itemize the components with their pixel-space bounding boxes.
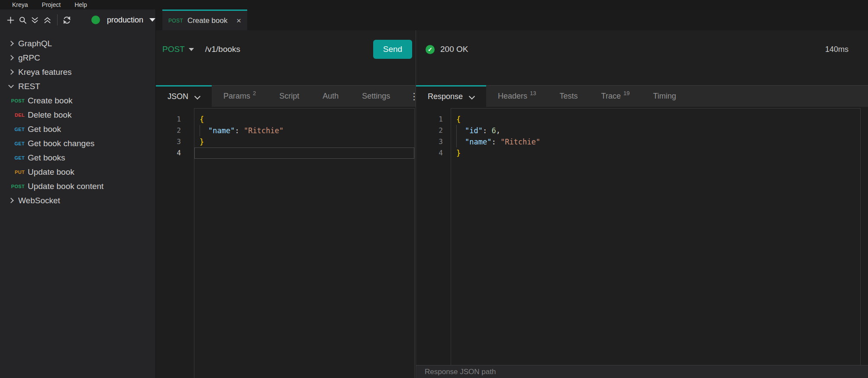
- status-code-text: 200 OK: [440, 45, 468, 54]
- close-icon[interactable]: ×: [236, 16, 241, 26]
- sidebar-item-websocket[interactable]: WebSocket: [0, 193, 155, 208]
- sidebar-item-delete-book[interactable]: DELDelete book: [0, 108, 155, 122]
- tab-script[interactable]: Script: [268, 86, 311, 107]
- sidebar-item-label: Create book: [28, 96, 73, 106]
- editor-line-numbers: 1234: [416, 108, 451, 365]
- method-badge: GET: [0, 141, 25, 146]
- add-icon[interactable]: [4, 13, 16, 27]
- tab-tests[interactable]: Tests: [548, 86, 590, 107]
- tab-method-badge: POST: [168, 18, 183, 24]
- editor-code-area[interactable]: {"id": 6,"name": "Ritchie"}: [451, 108, 861, 365]
- request-panel: POST /v1/books Send JSONParams2ScriptAut…: [156, 30, 416, 378]
- sidebar-item-update-book-content[interactable]: POSTUpdate book content: [0, 179, 155, 193]
- search-icon[interactable]: [16, 13, 29, 27]
- response-status: ✓ 200 OK: [426, 45, 468, 54]
- sidebar-item-label: Update book content: [28, 182, 103, 191]
- tab-trace[interactable]: Trace19: [590, 86, 642, 107]
- sidebar-item-label: gRPC: [18, 53, 40, 63]
- editor-code-area[interactable]: {"name": "Ritchie"}: [194, 108, 415, 378]
- url-input[interactable]: /v1/books: [205, 45, 240, 54]
- method-select-label: POST: [162, 45, 185, 54]
- environment-selector[interactable]: production: [91, 16, 155, 25]
- tab-label: Script: [279, 92, 299, 101]
- request-body-tabs: JSONParams2ScriptAuthSettings⋮: [156, 85, 416, 107]
- sidebar: production GraphQLgRPCKreya featuresREST…: [0, 10, 156, 378]
- tab-label: Auth: [323, 92, 339, 101]
- response-json-path-input[interactable]: [416, 365, 868, 378]
- response-json-path-bar: [416, 365, 868, 378]
- response-duration: 140ms: [825, 45, 849, 54]
- refresh-icon[interactable]: [61, 13, 73, 27]
- sidebar-item-grpc[interactable]: gRPC: [0, 51, 155, 65]
- indent-guide: [456, 125, 457, 136]
- line-number: 1: [416, 114, 451, 125]
- editor-line-numbers: 1234: [156, 108, 194, 378]
- tab-label: Tests: [560, 92, 578, 101]
- menu-item-help[interactable]: Help: [68, 1, 94, 8]
- line-number: 3: [416, 136, 451, 147]
- method-badge: PUT: [0, 170, 25, 175]
- method-badge: DEL: [0, 112, 25, 118]
- sidebar-item-kreya-features[interactable]: Kreya features: [0, 65, 155, 79]
- sidebar-item-rest[interactable]: REST: [0, 79, 155, 93]
- tab-params[interactable]: Params2: [212, 86, 268, 107]
- sidebar-item-label: Update book: [28, 167, 74, 177]
- sidebar-item-label: WebSocket: [18, 196, 60, 205]
- chevron-down-icon: [149, 18, 155, 22]
- sidebar-item-label: GraphQL: [18, 39, 52, 48]
- tab-label: Response: [428, 92, 463, 101]
- sidebar-item-get-books[interactable]: GETGet books: [0, 151, 155, 165]
- toolbar-divider: [57, 14, 58, 26]
- sidebar-item-label: Delete book: [28, 110, 71, 120]
- indent-guide: [200, 125, 200, 136]
- tab-label: JSON: [168, 92, 188, 101]
- tab-auth[interactable]: Auth: [311, 86, 350, 107]
- request-body-editor: 1234{"name": "Ritchie"}: [156, 107, 416, 378]
- sidebar-item-label: Get book changes: [28, 139, 94, 148]
- send-button[interactable]: Send: [373, 40, 412, 59]
- tab-json[interactable]: JSON: [156, 85, 212, 107]
- tab-label: Trace: [601, 92, 621, 101]
- method-badge: POST: [0, 184, 25, 189]
- operations-tree: GraphQLgRPCKreya featuresRESTPOSTCreate …: [0, 30, 155, 208]
- response-body-editor: 1234{"id": 6,"name": "Ritchie"}: [416, 107, 868, 365]
- request-header: POST /v1/books Send: [156, 30, 416, 85]
- kreya-app-window: KreyaProjectHelp: [0, 0, 868, 378]
- tab-label: Headers: [498, 92, 527, 101]
- tab-label: Params: [223, 92, 250, 101]
- environment-name: production: [107, 16, 143, 25]
- sidebar-item-get-book[interactable]: GETGet book: [0, 122, 155, 136]
- expand-all-icon[interactable]: [29, 13, 41, 27]
- menu-item-project[interactable]: Project: [35, 1, 68, 8]
- chevron-right-icon: [8, 55, 14, 61]
- chevron-down-icon: [189, 48, 194, 51]
- response-header: ✓ 200 OK 140ms: [416, 30, 868, 85]
- line-number: 4: [156, 147, 194, 159]
- collapse-all-icon[interactable]: [41, 13, 53, 27]
- menu-item-kreya[interactable]: Kreya: [5, 1, 35, 8]
- tab-count-badge: 19: [623, 90, 629, 96]
- sidebar-item-label: REST: [18, 82, 40, 91]
- sidebar-item-create-book[interactable]: POSTCreate book: [0, 93, 155, 108]
- code-line: [194, 147, 414, 159]
- tab-timing[interactable]: Timing: [641, 86, 687, 107]
- method-select[interactable]: POST: [162, 45, 194, 54]
- tab-label: Timing: [653, 92, 676, 101]
- code-line: }: [194, 136, 414, 147]
- tab-create-book[interactable]: POST Create book ×: [162, 10, 247, 30]
- tab-response[interactable]: Response: [416, 85, 486, 107]
- indent-guide: [456, 136, 457, 147]
- code-line: "id": 6,: [451, 125, 860, 136]
- sidebar-item-get-book-changes[interactable]: GETGet book changes: [0, 136, 155, 151]
- tab-settings[interactable]: Settings: [350, 86, 402, 107]
- line-number: 3: [156, 136, 194, 147]
- response-tabs: ResponseHeaders13TestsTrace19Timing: [416, 85, 868, 107]
- sidebar-item-update-book[interactable]: PUTUpdate book: [0, 165, 155, 179]
- tab-count-badge: 2: [253, 90, 256, 96]
- status-ok-icon: ✓: [426, 45, 435, 54]
- sidebar-item-graphql[interactable]: GraphQL: [0, 36, 155, 51]
- sidebar-toolbar: production: [0, 10, 155, 30]
- method-badge: GET: [0, 155, 25, 160]
- tab-headers[interactable]: Headers13: [486, 86, 548, 107]
- chevron-down-icon: [8, 83, 14, 90]
